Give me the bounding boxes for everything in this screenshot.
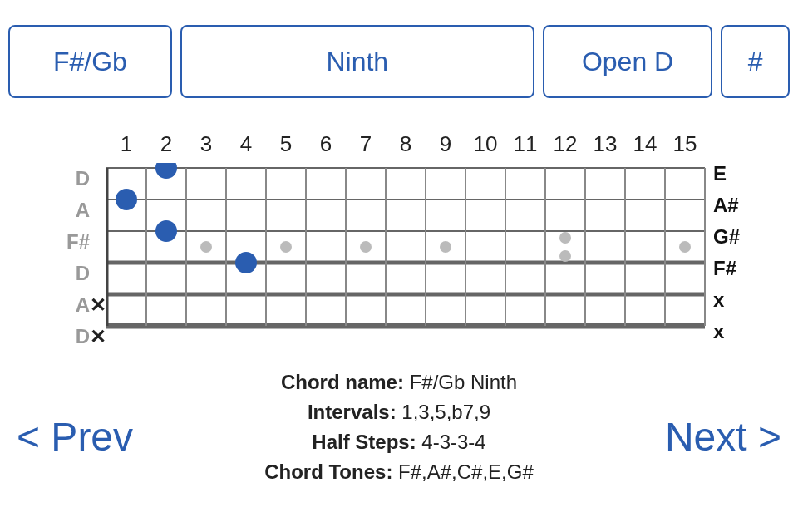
fret-number: 5: [266, 131, 306, 157]
fretboard-svg: [106, 163, 707, 354]
chord-name-label: Chord name:: [281, 371, 404, 393]
finger-dot: [155, 163, 177, 179]
svg-point-24: [360, 241, 372, 253]
half-steps-value: 4-3-3-4: [421, 431, 485, 453]
fret-numbers: 123456789101112131415: [106, 131, 705, 157]
tuning-label: D: [58, 258, 90, 289]
fret-number: 15: [665, 131, 705, 157]
played-note-labels: EA#G#F#xx: [713, 158, 740, 347]
finger-dot: [116, 189, 137, 210]
fret-number: 9: [426, 131, 466, 157]
tuning-selector[interactable]: Open D: [543, 25, 713, 98]
played-note-label: A#: [713, 190, 740, 221]
svg-point-26: [559, 232, 571, 244]
played-note-label: E: [713, 158, 740, 190]
mute-icon: ✕: [90, 321, 106, 352]
finger-dot: [155, 220, 177, 242]
finger-dot: [235, 252, 257, 273]
sharp-toggle[interactable]: #: [721, 25, 790, 98]
fret-number: 2: [146, 131, 186, 157]
root-selector-label: F#/Gb: [53, 47, 127, 77]
fret-number: 12: [545, 131, 585, 157]
type-selector[interactable]: Ninth: [180, 25, 534, 98]
svg-point-22: [200, 241, 212, 253]
mute-marks: ✕✕: [90, 163, 106, 352]
next-button-label: Next >: [665, 415, 781, 459]
svg-point-23: [280, 241, 292, 253]
half-steps-label: Half Steps:: [312, 431, 416, 453]
tuning-label: A: [58, 195, 90, 226]
fret-number: 11: [505, 131, 545, 157]
played-note-label: x: [713, 284, 740, 316]
fret-number: 13: [585, 131, 625, 157]
chord-name-value: F#/Gb Ninth: [410, 371, 517, 393]
mute-empty: [90, 226, 106, 258]
fret-number: 6: [306, 131, 346, 157]
svg-point-27: [559, 250, 571, 262]
played-note-label: F#: [713, 253, 740, 284]
fret-number: 7: [346, 131, 386, 157]
played-note-label: G#: [713, 221, 740, 253]
mute-empty: [90, 258, 106, 289]
intervals-label: Intervals:: [308, 401, 397, 423]
fret-number: 10: [466, 131, 505, 157]
tuning-label: D: [58, 163, 90, 195]
chord-tones-value: F#,A#,C#,E,G#: [398, 461, 534, 483]
tuning-labels: DAF#DAD: [58, 163, 90, 352]
fret-number: 14: [625, 131, 665, 157]
prev-button[interactable]: < Prev: [17, 414, 133, 460]
mute-empty: [90, 195, 106, 226]
fret-number: 8: [386, 131, 426, 157]
tuning-label: A: [58, 289, 90, 321]
fret-number: 3: [186, 131, 226, 157]
chord-tones-label: Chord Tones:: [264, 461, 392, 483]
sharp-toggle-label: #: [748, 47, 763, 77]
next-button[interactable]: Next >: [665, 414, 781, 460]
intervals-value: 1,3,5,b7,9: [401, 401, 490, 423]
svg-point-25: [440, 241, 451, 253]
prev-button-label: < Prev: [17, 415, 133, 459]
mute-icon: ✕: [90, 289, 106, 321]
root-selector[interactable]: F#/Gb: [8, 25, 172, 98]
fret-number: 4: [226, 131, 266, 157]
tuning-label: D: [58, 321, 90, 352]
tuning-label: F#: [58, 226, 90, 258]
tuning-selector-label: Open D: [582, 47, 673, 77]
svg-point-28: [679, 241, 691, 253]
fret-number: 1: [106, 131, 146, 157]
played-note-label: x: [713, 316, 740, 347]
type-selector-label: Ninth: [326, 47, 388, 77]
mute-empty: [90, 163, 106, 195]
